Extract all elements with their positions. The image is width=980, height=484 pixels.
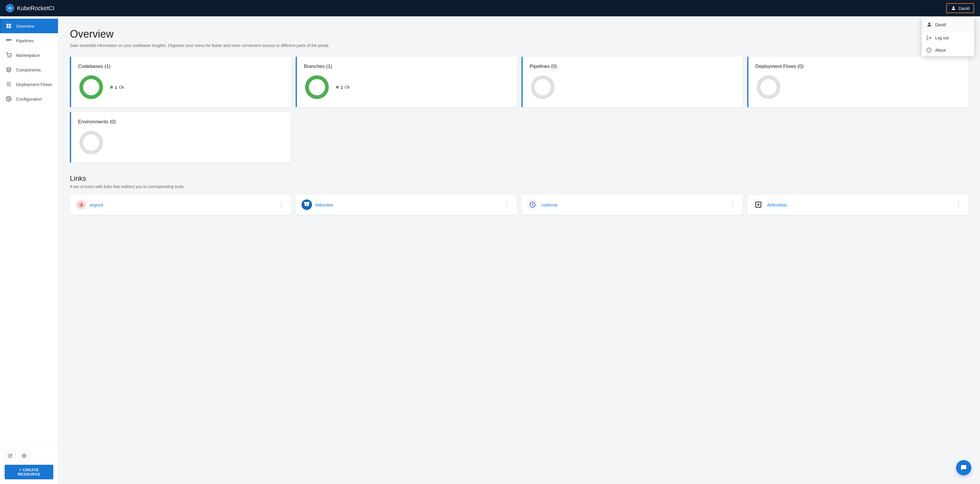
defectdojo-more-button[interactable]: ⋮ <box>955 200 963 209</box>
defectdojo-icon <box>753 200 764 210</box>
svg-point-16 <box>8 57 8 58</box>
environments-card-content <box>78 129 284 156</box>
bitbucket-svg <box>304 201 310 208</box>
sidebar-item-configuration[interactable]: Configuration <box>0 91 58 106</box>
link-card-bitbucket[interactable]: bitbucket ⋮ <box>296 195 517 215</box>
about-item[interactable]: About <box>922 44 974 56</box>
logo-icon <box>6 4 14 12</box>
link-card-bitbucket-left: bitbucket <box>302 200 333 210</box>
pipelines-icon <box>6 37 12 44</box>
environments-card-title: Environments (0) <box>78 119 284 125</box>
page-subtitle: Gain essential information on your codeb… <box>70 43 968 48</box>
branches-donut <box>304 74 330 100</box>
codebases-card-title: Codebases (1) <box>78 64 284 69</box>
links-grid: ⛵ argocd ⋮ bitbucket ⋮ <box>70 195 968 215</box>
bitbucket-more-button[interactable]: ⋮ <box>503 200 511 209</box>
codebases-card-content: 1 Ok <box>78 74 284 100</box>
codebases-ok-label: Ok <box>119 85 124 89</box>
environments-card[interactable]: Environments (0) <box>70 112 291 163</box>
svg-marker-18 <box>6 67 11 70</box>
deployment-flows-card-content <box>756 74 961 100</box>
stat-cards-row2: Environments (0) <box>70 112 968 163</box>
create-resource-button[interactable]: + CREATE RESOURCE <box>5 465 53 479</box>
sidebar-marketplace-label: Marketplace <box>16 53 40 58</box>
sidebar-item-components[interactable]: Components <box>0 62 58 77</box>
deployment-flows-donut <box>756 74 782 100</box>
branches-ok-count: 1 <box>340 85 343 90</box>
svg-text:⛵: ⛵ <box>79 202 84 207</box>
argocd-name: argocd <box>90 202 103 207</box>
main-content: Overview Gain essential information on y… <box>58 16 980 484</box>
defectdojo-svg <box>755 201 762 208</box>
link-card-codemie-left: codemie <box>527 200 558 210</box>
deployment-flows-card[interactable]: Deployment Flows (0) <box>747 57 968 107</box>
codebases-ok-count: 1 <box>115 85 117 90</box>
header-username: Daniil <box>958 6 969 11</box>
configuration-icon <box>6 96 12 102</box>
dropdown-user-icon <box>926 22 932 27</box>
link-card-argocd[interactable]: ⛵ argocd ⋮ <box>70 195 291 215</box>
svg-point-2 <box>953 6 955 8</box>
svg-point-28 <box>533 77 553 97</box>
pipelines-card[interactable]: Pipelines (0) <box>522 57 743 107</box>
sidebar: ‹ Overview Pipelines Marketplace <box>0 16 58 484</box>
argocd-more-button[interactable]: ⋮ <box>277 200 285 209</box>
codebases-card[interactable]: Codebases (1) 1 Ok <box>70 57 291 107</box>
user-menu-button[interactable]: Daniil <box>946 3 974 13</box>
app-body: ‹ Overview Pipelines Marketplace <box>0 16 980 484</box>
defectdojo-name: defectdojo <box>767 202 787 207</box>
svg-point-3 <box>928 22 931 24</box>
logout-item[interactable]: Log out <box>922 32 974 44</box>
branches-card-title: Branches (1) <box>304 64 510 69</box>
create-resource-label: + CREATE RESOURCE <box>9 468 49 476</box>
stat-cards-row1: Codebases (1) 1 Ok Branches (1) <box>70 57 968 107</box>
svg-point-17 <box>11 57 11 58</box>
edit-tool-button[interactable] <box>5 450 16 461</box>
chat-bubble-button[interactable] <box>956 460 971 475</box>
components-icon <box>6 67 12 73</box>
pipelines-card-content <box>530 74 736 100</box>
branches-ok-label: Ok <box>345 85 350 89</box>
svg-rect-11 <box>6 39 8 40</box>
settings-tool-button[interactable] <box>19 450 30 461</box>
link-card-argocd-left: ⛵ argocd <box>76 200 103 210</box>
empty-cell-1 <box>296 112 517 163</box>
sidebar-nav: Overview Pipelines Marketplace Component… <box>0 16 58 445</box>
svg-point-22 <box>8 98 10 100</box>
svg-point-23 <box>24 455 25 456</box>
legend-dot-ok <box>110 86 113 89</box>
argocd-icon: ⛵ <box>76 200 86 210</box>
sidebar-item-deployment-flows[interactable]: Deployment Flows <box>0 77 58 91</box>
codebases-donut <box>78 74 104 100</box>
about-label: About <box>935 48 946 53</box>
dropdown-header: Daniil <box>922 18 974 32</box>
empty-cell-3 <box>747 112 968 163</box>
sidebar-tools <box>5 450 53 461</box>
bitbucket-name: bitbucket <box>315 202 333 207</box>
user-dropdown: Daniil Log out About <box>922 18 974 56</box>
sidebar-configuration-label: Configuration <box>16 96 42 101</box>
svg-point-1 <box>9 7 11 9</box>
branches-card[interactable]: Branches (1) 1 Ok <box>296 57 517 107</box>
branches-legend-dot <box>336 86 339 89</box>
links-title: Links <box>70 174 968 182</box>
link-card-defectdojo[interactable]: defectdojo ⋮ <box>747 195 968 215</box>
header: KubeRocketCI Daniil Daniil Log out About <box>0 0 980 16</box>
logout-label: Log out <box>935 35 949 40</box>
logout-icon <box>926 35 932 40</box>
user-icon <box>951 6 956 11</box>
dropdown-username: Daniil <box>935 22 946 27</box>
sidebar-item-overview[interactable]: Overview <box>0 19 58 33</box>
pipelines-donut <box>530 74 556 100</box>
svg-point-29 <box>759 77 778 97</box>
codemie-more-button[interactable]: ⋮ <box>729 200 737 209</box>
settings-icon <box>22 454 27 458</box>
marketplace-icon <box>6 52 12 58</box>
about-icon <box>926 48 932 53</box>
argocd-svg: ⛵ <box>77 201 85 209</box>
sidebar-item-pipelines[interactable]: Pipelines <box>0 33 58 48</box>
empty-cell-2 <box>522 112 743 163</box>
svg-point-27 <box>307 77 327 97</box>
sidebar-item-marketplace[interactable]: Marketplace <box>0 48 58 62</box>
link-card-codemie[interactable]: codemie ⋮ <box>522 195 743 215</box>
